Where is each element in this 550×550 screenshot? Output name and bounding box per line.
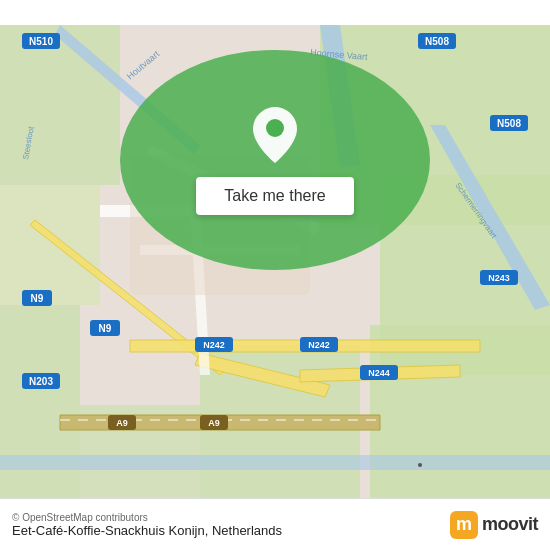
svg-text:N508: N508 [497,118,521,129]
svg-text:N510: N510 [29,36,53,47]
location-overlay: Take me there [120,50,430,270]
svg-text:A9: A9 [116,418,128,428]
svg-text:N203: N203 [29,376,53,387]
moovit-logo-text: moovit [482,514,538,535]
svg-text:A9: A9 [208,418,220,428]
svg-point-39 [266,119,284,137]
svg-rect-1 [0,25,120,185]
svg-text:N242: N242 [203,340,225,350]
svg-text:N9: N9 [99,323,112,334]
svg-rect-5 [0,185,100,305]
svg-text:N244: N244 [368,368,390,378]
svg-point-38 [418,463,422,467]
bottom-left-info: © OpenStreetMap contributors Eet-Café-Ko… [12,512,282,538]
svg-text:N508: N508 [425,36,449,47]
osm-attribution: © OpenStreetMap contributors [12,512,282,523]
location-name: Eet-Café-Koffie-Snackhuis Konijn, Nether… [12,523,282,538]
svg-text:N243: N243 [488,273,510,283]
moovit-logo: m moovit [450,511,538,539]
map-container: N510 N508 N508 N9 N9 N203 A9 A9 N242 N24… [0,0,550,550]
take-me-there-button[interactable]: Take me there [196,177,353,215]
svg-rect-7 [370,325,550,525]
location-pin-icon [250,105,300,165]
bottom-bar: © OpenStreetMap contributors Eet-Café-Ko… [0,498,550,550]
svg-text:N242: N242 [308,340,330,350]
moovit-logo-letter: m [450,511,478,539]
svg-text:N9: N9 [31,293,44,304]
